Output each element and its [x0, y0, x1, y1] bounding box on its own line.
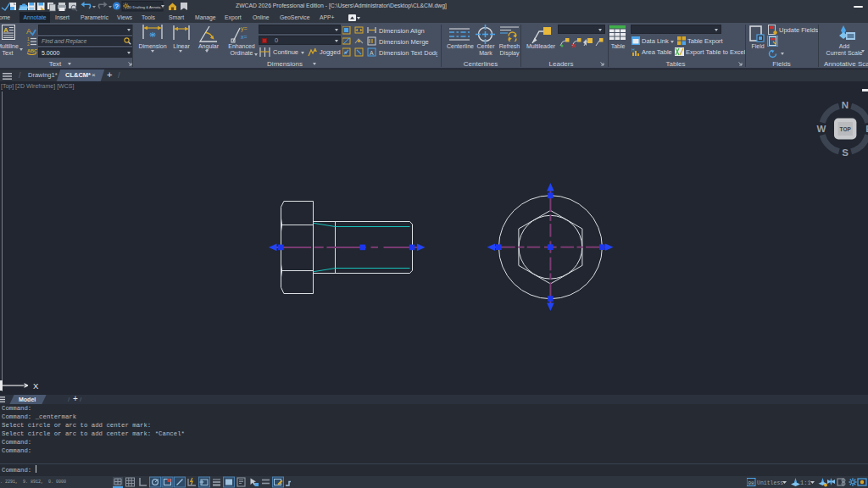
svg-text:ABC: ABC	[27, 48, 37, 53]
svg-text:A: A	[370, 50, 374, 56]
svg-text:Dimension Text Dodge: Dimension Text Dodge	[379, 49, 437, 57]
svg-text:A: A	[26, 27, 31, 36]
svg-text:X: X	[33, 381, 39, 391]
svg-text:?: ?	[115, 3, 119, 10]
svg-text:2: 2	[27, 42, 30, 46]
svg-text:Dimension Align: Dimension Align	[379, 27, 425, 35]
svg-text:Dimension Merge: Dimension Merge	[379, 38, 429, 46]
svg-text:08: 08	[748, 480, 755, 486]
svg-text:H: H	[632, 47, 635, 53]
svg-text:A: A	[3, 26, 8, 34]
svg-text:y=: y=	[241, 25, 248, 32]
svg-text:1:1: 1:1	[800, 480, 811, 486]
svg-text:2D Drafting & Annota...: 2D Drafting & Annota...	[127, 5, 164, 9]
svg-text:Unitless: Unitless	[757, 480, 783, 486]
svg-text:x=: x=	[241, 34, 248, 40]
